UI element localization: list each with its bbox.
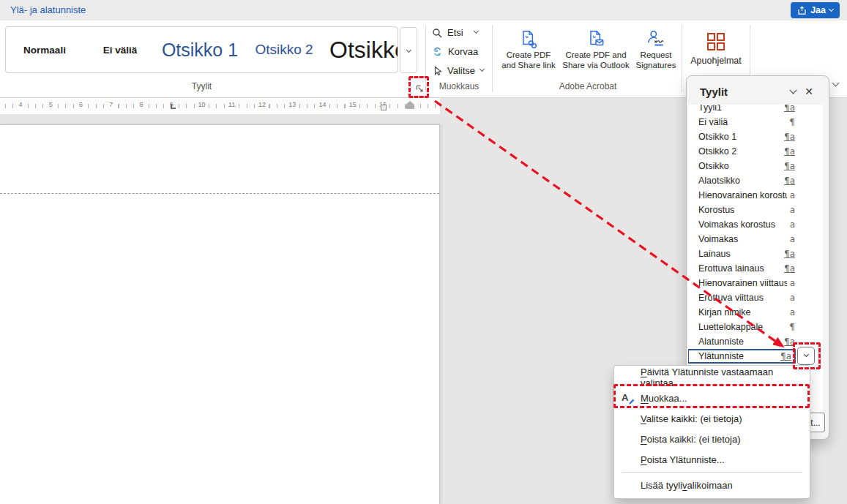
style-type-marker: a (790, 278, 795, 288)
style-item-label: Luettelokappale (698, 322, 786, 332)
style-item[interactable]: Luettelokappale¶ (688, 320, 823, 334)
style-type-marker: a (790, 307, 795, 317)
style-item[interactable]: Otsikko¶a (688, 159, 823, 173)
ruler-ticks (0, 98, 440, 114)
style-item[interactable]: Voimakas korostusa (688, 217, 823, 232)
addins-button[interactable]: Apuohjelmat (685, 25, 747, 69)
styles-dialog-launcher[interactable] (413, 82, 426, 95)
style-type-marker: ¶a (784, 249, 795, 259)
style-item-label: Korostus (698, 205, 787, 215)
selected-style-dropdown-button[interactable] (797, 347, 815, 365)
menu-item-label: Poista Ylätunniste... (641, 454, 725, 465)
style-item[interactable]: Hienovarainen viittausa (688, 276, 823, 290)
menu-item-label: Valitse kaikki: (ei tietoja) (641, 413, 742, 424)
style-item[interactable]: Hienovarainen korostusa (688, 188, 823, 203)
ruler-number: 8 (138, 101, 144, 108)
style-context-menu: Päivitä Ylätunniste vastaamaan valintaaA… (613, 365, 810, 499)
menu-item-poista-kaikki-ei-tietoja[interactable]: Poista kaikki: (ei tietoja) (614, 429, 810, 449)
indent-marker[interactable] (381, 105, 387, 110)
menu-item-p-ivit-yl-tunniste-vastaamaan-valintaa[interactable]: Päivitä Ylätunniste vastaamaan valintaa (614, 367, 810, 388)
menu-item-label: Päivitä Ylätunniste vastaamaan valintaa (641, 366, 801, 388)
button-label-line1: Create PDF and (565, 50, 626, 60)
ruler-number: 7 (108, 101, 114, 108)
style-type-marker: ¶a (784, 263, 795, 274)
chevron-down-icon (829, 7, 834, 12)
pdf-link-icon (518, 28, 539, 50)
share-button[interactable]: Jaa (791, 2, 840, 18)
pane-close-button[interactable]: ✕ (801, 83, 817, 99)
chevron-down-icon (803, 352, 808, 357)
style-type-marker: ¶a (784, 146, 795, 157)
style-item-label: Otsikko 1 (698, 132, 781, 142)
menu-icon-gutter (622, 478, 635, 492)
contextual-tab-header-footer[interactable]: Ylä- ja alatunniste (10, 4, 86, 15)
menu-item-poista-yl-tunniste[interactable]: Poista Ylätunniste... (614, 449, 810, 470)
style-item[interactable]: Ei väliä¶ (688, 115, 823, 129)
style-item[interactable]: Erottuva lainaus¶a (688, 261, 823, 276)
horizontal-ruler[interactable]: 45678910111213141516 (0, 98, 440, 114)
document-page[interactable] (0, 124, 440, 504)
style-item-label: Tyyli1 (698, 105, 781, 113)
signature-icon (646, 28, 666, 50)
style-gallery-item[interactable]: Otsikko (325, 27, 398, 72)
style-item[interactable]: Lainaus¶a (688, 247, 823, 261)
styles-pane-header: Tyylit ✕ (687, 76, 829, 99)
style-type-marker: ¶ (789, 322, 795, 332)
style-type-marker: a (790, 205, 795, 215)
tab-stop-marker[interactable] (171, 104, 176, 109)
style-item[interactable]: Kirjan nimikea (688, 305, 823, 320)
style-item-label: Erottuva viittaus (698, 293, 787, 303)
styles-list-inner: Tyyli1¶aEi väliä¶Otsikko 1¶aOtsikko 2¶aO… (688, 105, 823, 364)
style-item-label: Ylätunniste (698, 351, 777, 361)
style-gallery-item[interactable]: Otsikko 2 (243, 27, 325, 72)
find-dropdown-chevron-icon[interactable] (474, 29, 479, 34)
style-item-selected[interactable]: Ylätunniste¶a (688, 349, 796, 364)
styles-group-label: Tyylit (5, 81, 398, 91)
select-button[interactable]: Valitse (432, 65, 484, 76)
menu-item-label: Muokkaa... (641, 393, 687, 404)
header-boundary-dashed-line (0, 193, 439, 194)
style-gallery-item[interactable]: Otsikko 1 (157, 27, 243, 72)
ruler-number: 14 (317, 101, 327, 108)
style-gallery-more-button[interactable] (400, 27, 417, 73)
ruler-number: 12 (257, 101, 267, 108)
style-item-label: Alaotsikko (698, 176, 781, 186)
pane-collapse-button[interactable] (785, 83, 801, 99)
menu-item-valitse-kaikki-ei-tietoja[interactable]: Valitse kaikki: (ei tietoja) (614, 408, 810, 429)
menu-item-lis-tyylivalikoimaan[interactable]: Lisää tyylivalikoimaan (614, 475, 810, 495)
search-icon (432, 28, 442, 38)
ruler-number: 13 (287, 101, 297, 108)
find-button[interactable]: Etsi (432, 27, 463, 38)
replace-button[interactable]: b c Korvaa (432, 46, 478, 57)
style-item-label: Otsikko 2 (698, 146, 781, 157)
style-gallery-item[interactable]: Normaali (6, 27, 83, 72)
group-separator (682, 25, 682, 92)
button-label-line1: Create PDF (507, 50, 551, 60)
editing-group-label: Muokkaus (427, 81, 491, 91)
ribbon-collapse-chevron-icon[interactable] (832, 80, 840, 87)
button-label-line2: Signatures (636, 60, 676, 70)
replace-label: Korvaa (448, 46, 478, 57)
select-cursor-icon (432, 66, 442, 76)
style-item[interactable]: Voimakasa (688, 232, 823, 247)
style-item-label: Lainaus (698, 249, 781, 259)
replace-icon: b c (432, 46, 443, 57)
ruler-number: 11 (227, 101, 236, 108)
close-icon: ✕ (805, 86, 813, 97)
style-type-marker: ¶ (789, 117, 795, 127)
style-gallery-item[interactable]: Ei väliä (83, 27, 157, 72)
ruler-number: 10 (196, 101, 206, 108)
style-item[interactable]: Alaotsikko¶a (688, 173, 823, 188)
style-item[interactable]: Korostusa (688, 203, 823, 217)
style-item[interactable]: Otsikko 2¶a (688, 144, 823, 159)
button-label-line1: Request (641, 50, 672, 60)
style-item[interactable]: Otsikko 1¶a (688, 129, 823, 144)
style-item[interactable]: Tyyli1¶a (688, 105, 823, 115)
style-type-marker: ¶a (780, 351, 791, 361)
style-item-label: Otsikko (698, 161, 781, 171)
menu-item-muokkaa[interactable]: AMuokkaa... (614, 388, 810, 408)
menu-separator (622, 472, 802, 473)
style-item-label: Voimakas korostus (698, 219, 787, 230)
style-item-label: Hienovarainen korostus (698, 190, 787, 200)
style-item[interactable]: Erottuva viittausa (688, 290, 823, 305)
